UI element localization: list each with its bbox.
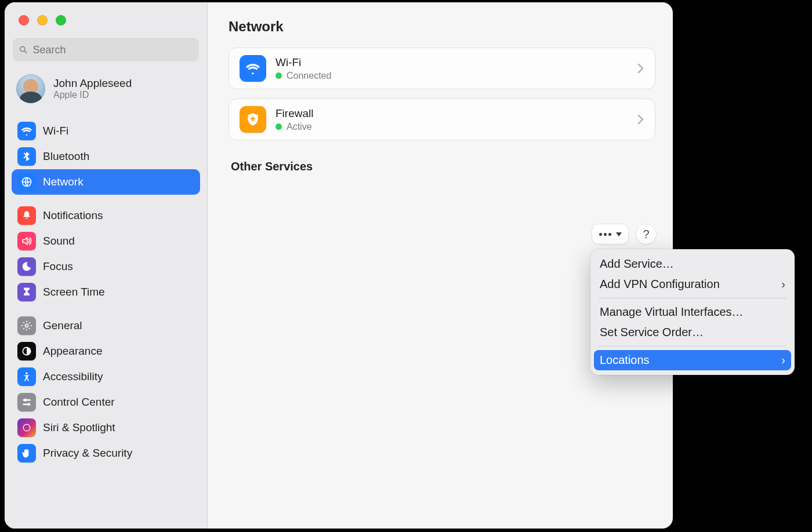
menu-item-label: Manage Virtual Interfaces… [600,305,744,319]
menu-item-add-service[interactable]: Add Service… [590,254,795,274]
menu-item-manage-virtual[interactable]: Manage Virtual Interfaces… [590,302,795,322]
svg-point-5 [26,373,27,374]
globe-icon [17,173,36,191]
sidebar-item-control-center[interactable]: Control Center [12,389,200,415]
sidebar: John Appleseed Apple ID Wi-Fi Bluetooth … [5,2,208,529]
menu-item-set-order[interactable]: Set Service Order… [590,322,795,342]
wifi-icon [240,55,266,82]
other-services-heading: Other Services [231,160,655,173]
status-dot-icon [276,123,282,130]
sidebar-item-label: Wi-Fi [43,125,68,137]
sidebar-item-notifications[interactable]: Notifications [12,203,200,228]
sidebar-item-privacy[interactable]: Privacy & Security [12,440,200,466]
minimize-window-icon[interactable] [37,15,48,25]
wifi-status: Connected [287,71,331,81]
firewall-status: Active [287,122,312,132]
speaker-icon [17,232,36,250]
search-input[interactable] [33,44,193,56]
sidebar-item-sound[interactable]: Sound [12,228,200,254]
sidebar-item-label: Control Center [43,396,115,409]
sidebar-item-label: Appearance [43,345,102,358]
sidebar-item-appearance[interactable]: Appearance [12,338,200,364]
status-dot-icon [276,72,282,79]
search-icon [19,45,28,55]
wifi-icon [17,122,36,140]
sidebar-item-focus[interactable]: Focus [12,254,200,279]
search-field[interactable] [13,38,199,61]
more-actions-button[interactable] [592,224,629,245]
hourglass-icon [17,283,36,301]
menu-item-locations[interactable]: Locations › [594,350,791,370]
sidebar-item-network[interactable]: Network [12,169,200,195]
sidebar-item-accessibility[interactable]: Accessibility [12,364,200,389]
moon-icon [17,257,36,276]
chevron-right-icon [637,114,644,125]
page-title: Network [229,19,655,35]
firewall-icon [240,106,266,133]
account-name: John Appleseed [53,77,132,90]
menu-separator [599,298,786,298]
menu-item-label: Locations [600,354,650,367]
sidebar-item-label: General [43,319,82,332]
sidebar-item-label: Siri & Spotlight [43,421,115,434]
menu-item-label: Add VPN Configuration [600,278,720,291]
sidebar-item-label: Network [43,176,84,188]
sidebar-item-wifi[interactable]: Wi-Fi [12,118,200,144]
sidebar-item-label: Notifications [43,209,103,222]
bluetooth-icon [17,147,36,166]
sliders-icon [17,393,36,411]
more-icon [599,233,611,236]
sidebar-item-label: Sound [43,235,75,247]
wifi-title: Wi-Fi [276,56,628,69]
sidebar-item-label: Focus [43,260,73,273]
fullscreen-window-icon[interactable] [56,15,66,25]
svg-point-10 [23,424,30,431]
more-actions-menu: Add Service… Add VPN Configuration › Man… [590,249,795,375]
chevron-right-icon: › [781,354,785,367]
gear-icon [17,316,36,335]
menu-separator [599,346,786,347]
siri-icon [17,418,36,437]
chevron-right-icon [637,63,644,74]
sidebar-item-label: Privacy & Security [43,447,132,460]
window-controls [5,2,207,25]
accessibility-icon [17,367,36,386]
close-window-icon[interactable] [19,15,29,25]
sidebar-item-bluetooth[interactable]: Bluetooth [12,144,200,169]
account-row[interactable]: John Appleseed Apple ID [5,61,207,108]
sidebar-item-general[interactable]: General [12,313,200,338]
svg-point-0 [20,46,25,51]
sidebar-item-label: Bluetooth [43,150,89,163]
wifi-row[interactable]: Wi-Fi Connected [229,48,655,89]
avatar [16,74,45,103]
sidebar-item-label: Screen Time [43,286,105,298]
svg-point-3 [26,325,28,327]
menu-item-label: Set Service Order… [600,326,704,339]
hand-icon [17,444,36,462]
sidebar-item-screen-time[interactable]: Screen Time [12,279,200,305]
appearance-icon [17,342,36,360]
firewall-title: Firewall [276,107,628,120]
chevron-down-icon [616,232,622,236]
svg-line-1 [24,51,26,53]
account-subtitle: Apple ID [53,90,132,100]
firewall-row[interactable]: Firewall Active [229,99,655,140]
bell-icon [17,206,36,225]
svg-point-9 [27,403,30,406]
sidebar-item-label: Accessibility [43,370,103,383]
menu-item-label: Add Service… [600,257,674,271]
menu-item-add-vpn[interactable]: Add VPN Configuration › [590,274,795,294]
svg-point-8 [24,399,27,402]
sidebar-nav: Wi-Fi Bluetooth Network Notifications [5,108,207,468]
chevron-right-icon: › [781,278,785,291]
help-button[interactable]: ? [636,224,657,245]
settings-window: John Appleseed Apple ID Wi-Fi Bluetooth … [5,2,673,529]
sidebar-item-siri[interactable]: Siri & Spotlight [12,415,200,440]
